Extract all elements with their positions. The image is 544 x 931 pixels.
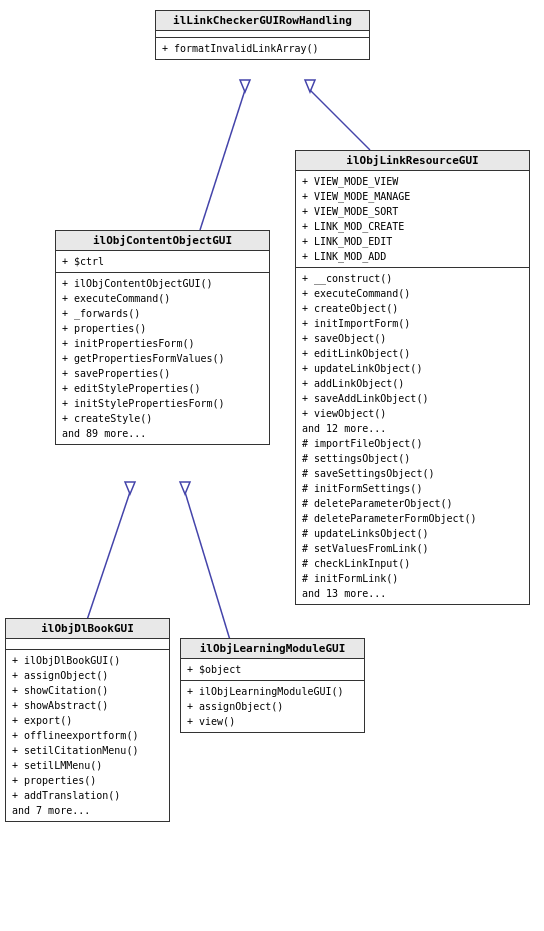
- svg-marker-7: [180, 482, 190, 494]
- obj-content-object-gui-title: ilObjContentObjectGUI: [56, 231, 269, 251]
- obj-content-object-gui-attrs: + $ctrl: [56, 251, 269, 273]
- svg-line-4: [87, 492, 130, 620]
- svg-marker-3: [240, 80, 250, 92]
- obj-dl-book-gui-methods: + ilObjDlBookGUI() + assignObject() + sh…: [6, 650, 169, 821]
- link-checker-gui-section1: [156, 31, 369, 38]
- obj-content-object-gui-box: ilObjContentObjectGUI + $ctrl + ilObjCon…: [55, 230, 270, 445]
- diagram-container: ilLinkCheckerGUIRowHandling + formatInva…: [0, 0, 544, 931]
- obj-learning-module-gui-attrs: + $object: [181, 659, 364, 681]
- svg-line-6: [185, 492, 230, 640]
- svg-marker-5: [125, 482, 135, 494]
- svg-marker-2: [305, 80, 315, 92]
- obj-link-resource-gui-methods: + __construct() + executeCommand() + cre…: [296, 268, 529, 604]
- obj-dl-book-gui-attrs: [6, 639, 169, 650]
- svg-line-0: [310, 90, 370, 150]
- link-checker-gui-box: ilLinkCheckerGUIRowHandling + formatInva…: [155, 10, 370, 60]
- obj-link-resource-gui-box: ilObjLinkResourceGUI + VIEW_MODE_VIEW + …: [295, 150, 530, 605]
- link-checker-gui-section2: + formatInvalidLinkArray(): [156, 38, 369, 59]
- obj-dl-book-gui-box: ilObjDlBookGUI + ilObjDlBookGUI() + assi…: [5, 618, 170, 822]
- obj-link-resource-gui-constants: + VIEW_MODE_VIEW + VIEW_MODE_MANAGE + VI…: [296, 171, 529, 268]
- obj-learning-module-gui-methods: + ilObjLearningModuleGUI() + assignObjec…: [181, 681, 364, 732]
- obj-content-object-gui-methods: + ilObjContentObjectGUI() + executeComma…: [56, 273, 269, 444]
- link-checker-gui-title: ilLinkCheckerGUIRowHandling: [156, 11, 369, 31]
- svg-line-1: [200, 90, 245, 230]
- obj-dl-book-gui-title: ilObjDlBookGUI: [6, 619, 169, 639]
- obj-learning-module-gui-box: ilObjLearningModuleGUI + $object + ilObj…: [180, 638, 365, 733]
- obj-link-resource-gui-title: ilObjLinkResourceGUI: [296, 151, 529, 171]
- obj-learning-module-gui-title: ilObjLearningModuleGUI: [181, 639, 364, 659]
